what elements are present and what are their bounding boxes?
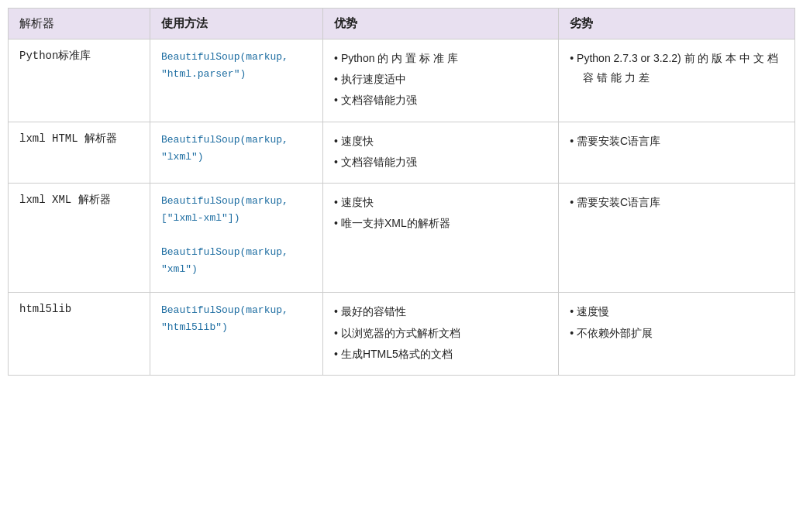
cons-list: 速度慢不依赖外部扩展 <box>570 302 784 342</box>
pros-cell: 最好的容错性以浏览器的方式解析文档生成HTML5格式的文档 <box>323 293 559 375</box>
header-pros: 优势 <box>323 9 559 39</box>
code-line: BeautifulSoup(markup, <box>161 246 288 258</box>
cons-list: Python 2.7.3 or 3.2.2) 前 的 版 本 中 文 档 容 错… <box>570 49 784 88</box>
code-block: BeautifulSoup(markup,"lxml") <box>161 132 312 166</box>
pros-list: 速度快文档容错能力强 <box>334 132 547 172</box>
pros-item: 以浏览器的方式解析文档 <box>334 324 547 343</box>
code-block: BeautifulSoup(markup,"html5lib") <box>161 302 312 336</box>
pros-item: 速度快 <box>334 193 547 212</box>
cons-item: 不依赖外部扩展 <box>570 324 784 343</box>
cons-item: 速度慢 <box>570 302 784 321</box>
parser-name-cell: lxml HTML 解析器 <box>9 122 150 183</box>
code-line: "html5lib") <box>161 321 228 333</box>
parser-name: lxml HTML 解析器 <box>19 132 117 145</box>
pros-list: 速度快唯一支持XML的解析器 <box>334 193 547 233</box>
table-row: lxml HTML 解析器BeautifulSoup(markup,"lxml"… <box>9 122 794 183</box>
usage-cell: BeautifulSoup(markup,["lxml-xml"])Beauti… <box>150 183 323 292</box>
table-row: html5libBeautifulSoup(markup,"html5lib")… <box>9 293 794 375</box>
table-row: lxml XML 解析器BeautifulSoup(markup,["lxml-… <box>9 183 794 292</box>
pros-cell: Python 的 内 置 标 准 库执行速度适中文档容错能力强 <box>323 39 559 122</box>
cons-list: 需要安装C语言库 <box>570 132 784 151</box>
usage-cell: BeautifulSoup(markup,"lxml") <box>150 122 323 183</box>
code-line: ["lxml-xml"]) <box>161 212 240 224</box>
pros-item: 最好的容错性 <box>334 302 547 321</box>
pros-item: 文档容错能力强 <box>334 91 547 110</box>
code-line: "xml") <box>161 263 198 275</box>
parser-name-cell: html5lib <box>9 293 150 375</box>
code-line: BeautifulSoup(markup, <box>161 195 288 207</box>
code-line: BeautifulSoup(markup, <box>161 51 288 63</box>
pros-list: Python 的 内 置 标 准 库执行速度适中文档容错能力强 <box>334 49 547 111</box>
pros-cell: 速度快唯一支持XML的解析器 <box>323 183 559 292</box>
cons-item: Python 2.7.3 or 3.2.2) 前 的 版 本 中 文 档 容 错… <box>570 49 784 88</box>
pros-item: 文档容错能力强 <box>334 153 547 172</box>
code-line: "lxml") <box>161 151 204 163</box>
code-block: BeautifulSoup(markup,"html.parser") <box>161 49 312 83</box>
header-usage: 使用方法 <box>150 9 323 39</box>
usage-cell: BeautifulSoup(markup,"html.parser") <box>150 39 323 122</box>
cons-item: 需要安装C语言库 <box>570 193 784 212</box>
pros-list: 最好的容错性以浏览器的方式解析文档生成HTML5格式的文档 <box>334 302 547 364</box>
cons-cell: 需要安装C语言库 <box>559 183 794 292</box>
parser-name-cell: lxml XML 解析器 <box>9 183 150 292</box>
parser-name: lxml XML 解析器 <box>19 194 111 206</box>
header-parser: 解析器 <box>9 9 150 39</box>
pros-item: 唯一支持XML的解析器 <box>334 214 547 233</box>
code-line: BeautifulSoup(markup, <box>161 134 288 146</box>
pros-item: 执行速度适中 <box>334 70 547 89</box>
code-block: BeautifulSoup(markup,"xml") <box>161 244 312 278</box>
cons-cell: 速度慢不依赖外部扩展 <box>559 293 794 375</box>
parser-name-cell: Python标准库 <box>9 39 150 122</box>
cons-cell: Python 2.7.3 or 3.2.2) 前 的 版 本 中 文 档 容 错… <box>559 39 794 122</box>
pros-item: 速度快 <box>334 132 547 151</box>
cons-list: 需要安装C语言库 <box>570 193 784 212</box>
pros-item: Python 的 内 置 标 准 库 <box>334 49 547 68</box>
header-cons: 劣势 <box>559 9 794 39</box>
code-line: "html.parser") <box>161 68 246 80</box>
usage-cell: BeautifulSoup(markup,"html5lib") <box>150 293 323 375</box>
code-line: BeautifulSoup(markup, <box>161 304 288 316</box>
code-block: BeautifulSoup(markup,["lxml-xml"]) <box>161 193 312 227</box>
pros-item: 生成HTML5格式的文档 <box>334 345 547 364</box>
parser-comparison-table: 解析器 使用方法 优势 劣势 Python标准库BeautifulSoup(ma… <box>8 8 795 376</box>
pros-cell: 速度快文档容错能力强 <box>323 122 559 183</box>
parser-name: html5lib <box>19 303 71 315</box>
table-row: Python标准库BeautifulSoup(markup,"html.pars… <box>9 39 794 122</box>
cons-item: 需要安装C语言库 <box>570 132 784 151</box>
cons-cell: 需要安装C语言库 <box>559 122 794 183</box>
parser-name: Python标准库 <box>19 50 91 62</box>
